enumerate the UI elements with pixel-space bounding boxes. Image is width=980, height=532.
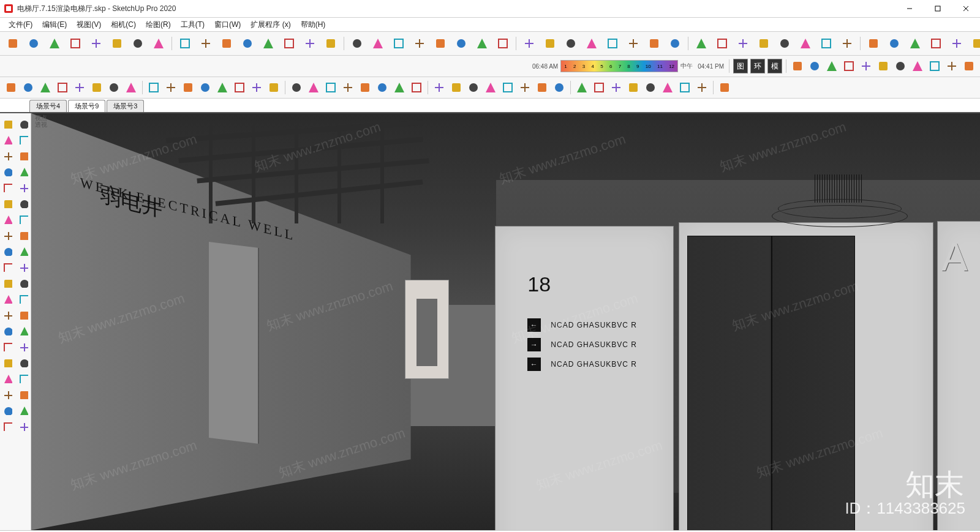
- explode-icon[interactable]: [300, 34, 320, 53]
- cube-shaded-icon[interactable]: [347, 34, 367, 53]
- cube-solid-icon[interactable]: [410, 34, 429, 53]
- light-h-icon[interactable]: [677, 80, 693, 96]
- text-label-icon[interactable]: [232, 80, 247, 96]
- menu-item-8[interactable]: 帮助(H): [296, 18, 331, 31]
- avatar-icon[interactable]: [431, 80, 447, 96]
- cube-ghost-icon[interactable]: [368, 34, 388, 53]
- hand-small-icon[interactable]: [16, 228, 31, 242]
- layer-e-icon[interactable]: [534, 80, 550, 96]
- arc3-icon[interactable]: [16, 180, 31, 195]
- cube-a-icon[interactable]: [775, 34, 794, 53]
- style-text-button-0[interactable]: 图: [733, 59, 748, 73]
- orbit-small-icon[interactable]: [0, 323, 15, 338]
- extrude-icon[interactable]: [16, 260, 31, 274]
- pencil-icon[interactable]: [0, 132, 15, 147]
- section-fill-icon[interactable]: [472, 34, 492, 53]
- eraser-icon[interactable]: [20, 80, 36, 96]
- light-e-icon[interactable]: [625, 80, 641, 96]
- diamond-green-icon[interactable]: [123, 80, 139, 96]
- section-small-icon[interactable]: [0, 403, 15, 418]
- plugin-a-icon[interactable]: [266, 80, 282, 96]
- light-f-icon[interactable]: [643, 80, 658, 96]
- section-icon[interactable]: [451, 34, 471, 53]
- cube-outline-icon[interactable]: [321, 34, 341, 53]
- teapot-fill-icon[interactable]: [926, 34, 946, 53]
- eraser-small-icon[interactable]: [16, 116, 31, 131]
- light-c-icon[interactable]: [591, 80, 607, 96]
- export-image-icon[interactable]: [45, 34, 64, 53]
- plugin-b-icon[interactable]: [288, 80, 304, 96]
- target-icon[interactable]: [197, 80, 213, 96]
- cloud-up-icon[interactable]: [149, 34, 168, 53]
- undo-icon[interactable]: [374, 80, 390, 96]
- offset-icon[interactable]: [16, 244, 31, 258]
- ungroup-icon[interactable]: [258, 34, 278, 53]
- menu-item-0[interactable]: 文件(F): [4, 18, 37, 31]
- layer-a-icon[interactable]: [466, 80, 481, 96]
- pushpull-icon[interactable]: [89, 80, 105, 96]
- red-cube-icon[interactable]: [16, 419, 31, 433]
- folder-open-icon[interactable]: [968, 34, 980, 53]
- omni-icon[interactable]: [858, 58, 874, 74]
- light-b-icon[interactable]: [574, 80, 590, 96]
- menu-item-4[interactable]: 绘图(R): [141, 18, 176, 31]
- shape-icon[interactable]: [72, 80, 88, 96]
- book-icon[interactable]: [249, 80, 265, 96]
- pushpull-small-icon[interactable]: [0, 260, 15, 274]
- swap-horiz-icon[interactable]: [561, 34, 581, 53]
- menu-item-6[interactable]: 窗口(W): [209, 18, 246, 31]
- orbit-target-icon[interactable]: [0, 355, 15, 370]
- tape-measure-icon[interactable]: [0, 275, 15, 290]
- section-cut-icon[interactable]: [493, 34, 513, 53]
- section-display-icon[interactable]: [16, 403, 31, 418]
- palette-icon[interactable]: [884, 34, 904, 53]
- follow-icon[interactable]: [16, 212, 31, 227]
- component-icon[interactable]: [279, 34, 299, 53]
- rect-light-icon[interactable]: [910, 58, 925, 74]
- pie-icon[interactable]: [0, 196, 15, 211]
- cube-d-icon[interactable]: [837, 34, 857, 53]
- star-icon[interactable]: [927, 58, 943, 74]
- cursor-icon[interactable]: [0, 116, 15, 131]
- position-icon[interactable]: [16, 387, 31, 402]
- sector-icon[interactable]: [16, 196, 31, 211]
- shadow-time-gradient[interactable]: 123456789101112: [560, 60, 678, 72]
- rotate-red-icon[interactable]: [0, 228, 15, 242]
- mail-icon[interactable]: [196, 34, 216, 53]
- layer-b-icon[interactable]: [483, 80, 499, 96]
- group-icon[interactable]: [238, 34, 257, 53]
- layer-c-icon[interactable]: [500, 80, 516, 96]
- cube-c-icon[interactable]: [816, 34, 836, 53]
- next-view-icon[interactable]: [16, 371, 31, 386]
- dimension-small-icon[interactable]: [16, 291, 31, 306]
- fit-icon[interactable]: [357, 80, 373, 96]
- look-icon[interactable]: [16, 355, 31, 370]
- circle-icon[interactable]: [0, 164, 15, 179]
- rect-rot-icon[interactable]: [16, 148, 31, 163]
- cube-wire-icon[interactable]: [389, 34, 409, 53]
- freehand-icon[interactable]: [582, 34, 601, 53]
- book-red-icon[interactable]: [409, 80, 424, 96]
- teapot-wire-icon[interactable]: [947, 34, 967, 53]
- axis-icon[interactable]: [0, 291, 15, 306]
- menu-item-1[interactable]: 编辑(E): [37, 18, 72, 31]
- clipboard-icon[interactable]: [712, 34, 732, 53]
- menu-item-5[interactable]: 工具(T): [176, 18, 209, 31]
- style-text-button-1[interactable]: 环: [750, 59, 765, 73]
- light-g-icon[interactable]: [660, 80, 676, 96]
- walk-small-icon[interactable]: [0, 387, 15, 402]
- sync-icon[interactable]: [24, 34, 43, 53]
- paint-icon[interactable]: [180, 80, 196, 96]
- checker-icon[interactable]: [128, 34, 148, 53]
- rectangle-icon[interactable]: [0, 148, 15, 163]
- pencil-red-icon[interactable]: [37, 80, 53, 96]
- select-icon[interactable]: [3, 80, 19, 96]
- info-icon[interactable]: [217, 34, 236, 53]
- tree-icon[interactable]: [86, 34, 106, 53]
- move-red-icon[interactable]: [0, 212, 15, 227]
- walk-icon[interactable]: [624, 34, 643, 53]
- zoom-window-icon[interactable]: [16, 339, 31, 354]
- prev-view-icon[interactable]: [0, 371, 15, 386]
- sun-outline-icon[interactable]: [807, 58, 823, 74]
- polygon-icon[interactable]: [16, 164, 31, 179]
